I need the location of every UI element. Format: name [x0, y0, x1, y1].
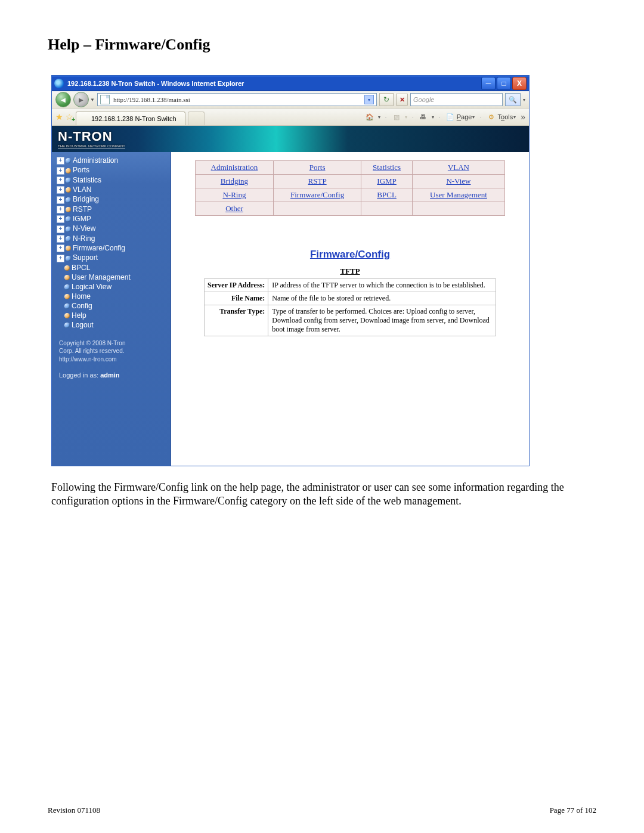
expand-icon[interactable]: + — [57, 235, 64, 243]
feeds-icon[interactable]: ▧ — [392, 112, 401, 122]
url-input[interactable] — [112, 95, 364, 104]
sidebar-item-home[interactable]: Home — [57, 292, 171, 301]
sidebar-item-user-management[interactable]: User Management — [57, 272, 171, 282]
expand-icon[interactable]: + — [57, 215, 64, 223]
help-link-rstp[interactable]: RSTP — [273, 175, 361, 188]
sidebar-item-help[interactable]: Help — [57, 311, 171, 320]
help-link-other[interactable]: Other — [196, 202, 274, 216]
page-viewport: N-TRON THE INDUSTRIAL NETWORK COMPANY +A… — [52, 126, 529, 466]
body-paragraph: Following the Firmware/Config link on th… — [51, 481, 593, 509]
bullet-icon — [64, 313, 70, 318]
bullet-icon — [66, 227, 71, 232]
sidebar-item-igmp[interactable]: +IGMP — [57, 214, 171, 224]
sidebar-item-rstp[interactable]: +RSTP — [57, 205, 171, 214]
tab-row: ★ ☆ 192.168.1.238 N-Tron Switch 🏠▾ · ▧▾ … — [52, 109, 529, 126]
back-button[interactable]: ◄ — [55, 92, 71, 107]
help-link-bridging[interactable]: Bridging — [196, 175, 274, 188]
bullet-icon — [66, 178, 71, 183]
favorites-icon[interactable]: ★ — [55, 112, 63, 122]
bullet-icon — [64, 265, 70, 271]
tftp-heading: TFTP — [183, 267, 517, 276]
add-favorite-icon[interactable]: ☆ — [66, 112, 73, 122]
help-link-vlan[interactable]: VLAN — [412, 161, 504, 175]
sidebar-item-label: VLAN — [73, 185, 91, 194]
desc-key: Server IP Address: — [205, 279, 268, 292]
expand-icon[interactable]: + — [57, 167, 64, 175]
history-dropdown-icon[interactable]: ▼ — [90, 97, 95, 103]
bullet-icon — [64, 294, 70, 299]
new-tab-button[interactable] — [188, 112, 205, 125]
page-number: Page 77 of 102 — [550, 806, 596, 815]
sidebar-item-label: RSTP — [73, 205, 92, 213]
sidebar-item-vlan[interactable]: +VLAN — [57, 185, 171, 194]
expand-icon[interactable]: + — [57, 255, 64, 262]
tab-label: 192.168.1.238 N-Tron Switch — [91, 115, 177, 122]
expand-icon[interactable]: + — [57, 244, 64, 252]
sidebar-item-bridging[interactable]: +Bridging — [57, 194, 171, 204]
expand-icon[interactable]: + — [57, 225, 64, 233]
maximize-button[interactable]: □ — [497, 77, 511, 90]
help-link-n-view[interactable]: N-View — [412, 175, 504, 188]
bullet-icon — [64, 304, 70, 309]
bullet-icon — [66, 207, 71, 212]
ie-screenshot: 192.168.1.238 N-Tron Switch - Windows In… — [51, 75, 530, 466]
revision-label: Revision 071108 — [48, 806, 100, 815]
help-link-administration[interactable]: Administration — [196, 161, 274, 175]
help-link-statistics[interactable]: Statistics — [361, 161, 413, 175]
sidebar-item-label: Statistics — [73, 176, 101, 184]
expand-icon[interactable]: + — [57, 206, 64, 213]
tools-menu[interactable]: ⚙Tools▾ — [487, 112, 516, 122]
refresh-button[interactable]: ↻ — [379, 93, 394, 106]
stop-button[interactable]: ✕ — [396, 94, 408, 106]
overflow-icon[interactable]: » — [521, 112, 525, 122]
expand-icon[interactable]: + — [57, 157, 64, 165]
sidebar-item-logout[interactable]: Logout — [57, 320, 171, 330]
bullet-icon — [66, 187, 71, 193]
brand-banner: N-TRON THE INDUSTRIAL NETWORK COMPANY — [52, 126, 529, 152]
search-dropdown-icon[interactable]: ▾ — [523, 97, 525, 103]
help-link-user-management[interactable]: User Management — [412, 188, 504, 202]
help-link-bpcl[interactable]: BPCL — [361, 188, 413, 202]
sidebar-item-support[interactable]: +Support — [57, 253, 171, 262]
help-link-ports[interactable]: Ports — [273, 161, 361, 175]
tftp-description-table: Server IP Address:IP address of the TFTP… — [204, 278, 496, 336]
sidebar-item-config[interactable]: Config — [57, 301, 171, 311]
nav-sidebar: +Administration+Ports+Statistics+VLAN+Br… — [52, 152, 171, 466]
address-bar[interactable]: ▾ — [97, 93, 377, 106]
sidebar-item-ports[interactable]: +Ports — [57, 165, 171, 175]
sidebar-item-bpcl[interactable]: BPCL — [57, 263, 171, 272]
sidebar-item-label: BPCL — [72, 264, 90, 272]
desc-value: Type of transfer to be performed. Choice… — [268, 305, 496, 336]
minimize-button[interactable]: ─ — [481, 77, 496, 90]
nav-row: ◄ ► ▼ ▾ ↻ ✕ Google 🔍 ▾ — [52, 91, 529, 109]
sidebar-item-label: Logout — [72, 321, 94, 329]
table-row: File Name:Name of the file to be stored … — [205, 292, 496, 305]
expand-icon[interactable]: + — [57, 196, 64, 204]
sidebar-item-n-view[interactable]: +N-View — [57, 224, 171, 233]
help-link-firmware-config[interactable]: Firmware/Config — [273, 188, 361, 202]
sidebar-item-label: Config — [72, 302, 92, 310]
home-icon[interactable]: 🏠 — [365, 112, 374, 122]
browser-tab[interactable]: 192.168.1.238 N-Tron Switch — [76, 112, 185, 125]
desc-key: Transfer Type: — [205, 305, 268, 336]
help-link-n-ring[interactable]: N-Ring — [196, 188, 274, 202]
desc-key: File Name: — [205, 292, 268, 305]
search-button[interactable]: 🔍 — [505, 93, 521, 106]
content-panel: AdministrationPortsStatisticsVLANBridgin… — [171, 152, 529, 466]
expand-icon[interactable]: + — [57, 186, 64, 194]
sidebar-item-logical-view[interactable]: Logical View — [57, 282, 171, 292]
forward-button[interactable]: ► — [73, 92, 89, 107]
bullet-icon — [66, 216, 71, 222]
search-box[interactable]: Google — [410, 93, 503, 106]
ie-logo-icon — [54, 79, 64, 88]
help-link-igmp[interactable]: IGMP — [361, 175, 413, 188]
address-dropdown-icon[interactable]: ▾ — [364, 95, 374, 104]
sidebar-item-firmware-config[interactable]: +Firmware/Config — [57, 243, 171, 253]
sidebar-item-n-ring[interactable]: +N-Ring — [57, 234, 171, 243]
close-button[interactable]: X — [512, 77, 527, 90]
sidebar-item-statistics[interactable]: +Statistics — [57, 175, 171, 185]
sidebar-item-administration[interactable]: +Administration — [57, 156, 171, 165]
page-menu[interactable]: 📄Page▾ — [445, 112, 475, 122]
print-icon[interactable]: 🖶 — [419, 112, 428, 122]
expand-icon[interactable]: + — [57, 176, 64, 184]
